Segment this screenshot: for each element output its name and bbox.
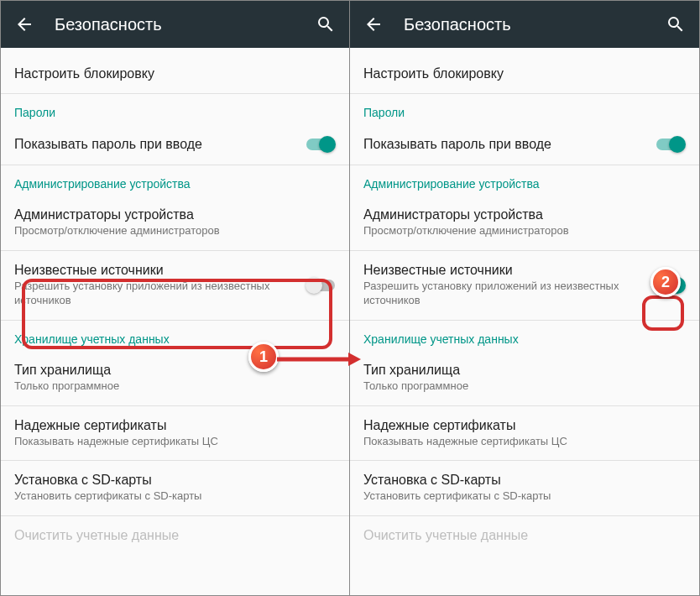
section-device-admin: Администрирование устройства	[350, 165, 699, 196]
clear-creds-item: Очистить учетные данные	[350, 516, 699, 546]
storage-type-item[interactable]: Тип хранилища Только программное	[1, 351, 349, 406]
unknown-sources-toggle[interactable]	[656, 277, 686, 294]
section-passwords: Пароли	[350, 94, 699, 124]
storage-type-item[interactable]: Тип хранилища Только программное	[350, 351, 699, 406]
configure-lock-item[interactable]: Настроить блокировку	[350, 55, 699, 94]
back-button[interactable]	[14, 14, 34, 34]
settings-list[interactable]: Настроить блокировку Пароли Показывать п…	[350, 48, 699, 595]
trusted-certs-item[interactable]: Надежные сертификаты Показывать надежные…	[1, 406, 349, 462]
device-admins-item[interactable]: Администраторы устройства Просмотр/отклю…	[350, 196, 699, 251]
device-admins-item[interactable]: Администраторы устройства Просмотр/отклю…	[1, 196, 349, 251]
section-passwords: Пароли	[1, 94, 349, 124]
trusted-certs-item[interactable]: Надежные сертификаты Показывать надежные…	[350, 406, 699, 462]
page-title: Безопасность	[404, 15, 666, 34]
search-button[interactable]	[316, 14, 336, 34]
unknown-sources-item[interactable]: Неизвестные источники Разрешить установк…	[350, 251, 699, 321]
section-cred-storage: Хранилище учетных данных	[350, 321, 699, 351]
configure-lock-item[interactable]: Настроить блокировку	[1, 55, 349, 94]
section-device-admin: Администрирование устройства	[1, 165, 349, 196]
clear-creds-item: Очистить учетные данные	[1, 516, 349, 546]
unknown-sources-item[interactable]: Неизвестные источники Разрешить установк…	[1, 251, 349, 321]
show-password-toggle[interactable]	[656, 136, 686, 153]
app-bar: Безопасность	[350, 1, 699, 48]
app-bar: Безопасность	[1, 1, 349, 48]
show-password-toggle[interactable]	[306, 136, 336, 153]
unknown-sources-toggle[interactable]	[306, 277, 336, 294]
back-button[interactable]	[363, 14, 384, 34]
section-cred-storage: Хранилище учетных данных	[1, 321, 349, 351]
settings-list[interactable]: Настроить блокировку Пароли Показывать п…	[1, 48, 349, 595]
page-title: Безопасность	[55, 15, 316, 34]
show-password-item[interactable]: Показывать пароль при вводе	[1, 124, 349, 165]
screen-before: Безопасность Настроить блокировку Пароли…	[1, 1, 350, 595]
screen-after: Безопасность Настроить блокировку Пароли…	[350, 1, 699, 595]
search-button[interactable]	[666, 14, 686, 34]
install-sd-item[interactable]: Установка с SD-карты Установить сертифик…	[350, 461, 699, 516]
show-password-item[interactable]: Показывать пароль при вводе	[350, 124, 699, 165]
install-sd-item[interactable]: Установка с SD-карты Установить сертифик…	[1, 461, 349, 516]
